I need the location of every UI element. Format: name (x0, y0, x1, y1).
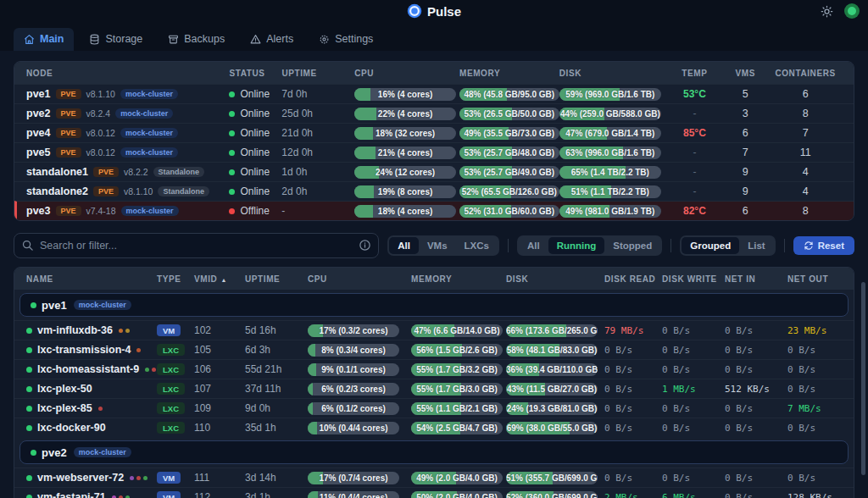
guest-row[interactable]: vm-influxdb-36VM1025d 16h17% (0.3/2 core… (14, 320, 854, 340)
node-name-cell: pve4PVEv8.0.12mock-cluster (26, 127, 229, 139)
net-out-rate: 128 KB/s (787, 492, 832, 498)
node-uptime-cell: 2d 0h (281, 185, 354, 197)
net-out-rate: 0 B/s (787, 364, 815, 375)
disk-bar: 36% (39.4 GB/110.0 GB) (506, 363, 598, 376)
filter-type-lxcs[interactable]: LXCs (456, 237, 498, 254)
reset-button[interactable]: Reset (793, 236, 854, 255)
guest-memory-cell: 50% (2.0 GB/4.0 GB) (411, 491, 506, 498)
tab-backups[interactable]: Backups (158, 28, 235, 51)
guest-memory-cell: 47% (6.6 GB/14.0 GB) (411, 324, 506, 337)
disk-bar: 69% (38.0 GB/55.0 GB) (506, 422, 598, 434)
vms-count: 6 (743, 127, 748, 139)
tab-storage[interactable]: Storage (79, 28, 153, 51)
guest-col-disk[interactable]: DISK (506, 274, 604, 284)
guest-col-net-out[interactable]: NET OUT (787, 274, 842, 284)
node-cpu-cell: 18% (32 cores) (354, 127, 459, 140)
tag-dot (152, 368, 156, 372)
search-box (14, 233, 379, 258)
guest-disk-read-cell: 0 B/s (604, 384, 662, 395)
guest-row[interactable]: lxc-docker-90LXC11035d 1h10% (0.4/4 core… (14, 418, 854, 437)
search-input[interactable] (14, 233, 379, 258)
filter-type-all[interactable]: All (389, 237, 419, 254)
guest-net-in-cell: 0 B/s (725, 364, 787, 375)
guest-row[interactable]: vm-webserver-72VM1113d 14h17% (0.7/4 cor… (14, 468, 854, 487)
memory-bar: 54% (2.5 GB/4.7 GB) (411, 422, 503, 434)
guest-name-cell: lxc-plex-50 (26, 383, 157, 395)
cpu-bar: 21% (4 cores) (354, 147, 456, 159)
tab-alerts[interactable]: Alerts (240, 28, 303, 51)
node-name-cell: pve2PVEv8.2.4mock-cluster (26, 108, 229, 119)
guest-row[interactable]: lxc-homeassistant-9LXC10655d 21h9% (0.1/… (14, 359, 854, 379)
temp-value: 85°C (683, 127, 706, 139)
node-group-row[interactable]: pve1mock-cluster (19, 293, 849, 317)
pulse-logo-icon (407, 3, 422, 19)
cpu-bar: 18% (32 cores) (354, 127, 456, 140)
guest-col-vmid[interactable]: VMID▲ (194, 274, 245, 284)
filter-state-stopped[interactable]: Stopped (604, 237, 660, 254)
guest-col-net-in[interactable]: NET IN (725, 274, 787, 284)
guest-row[interactable]: lxc-transmission-4LXC1056d 3h8% (0.3/4 c… (14, 340, 854, 359)
disk-write-rate: 0 B/s (662, 345, 690, 356)
net-in-rate: 0 B/s (725, 364, 753, 375)
guest-net-out-cell: 23 MB/s (787, 325, 842, 336)
theme-toggle-sun-icon[interactable] (819, 3, 834, 19)
temp-value: - (693, 166, 696, 178)
node-memory-cell: 48% (45.8 GB/95.0 GB) (459, 88, 559, 101)
guest-col-disk-read[interactable]: DISK READ (604, 274, 662, 284)
guest-tag-dots (119, 329, 130, 333)
memory-bar-label: 50% (2.0 GB/4.0 GB) (411, 491, 503, 498)
guest-col-type[interactable]: TYPE (157, 274, 194, 284)
node-row[interactable]: pve2PVEv8.2.4mock-clusterOnline25d 0h22%… (14, 103, 854, 123)
disk-read-rate: 0 B/s (604, 384, 632, 395)
filter-view-list[interactable]: List (739, 237, 773, 254)
node-name: pve5 (26, 147, 51, 158)
node-containers-cell: 4 (769, 185, 842, 197)
node-row[interactable]: pve1PVEv8.1.10mock-clusterOnline7d 0h16%… (14, 84, 854, 103)
node-table-header: NODESTATUSUPTIMECPUMEMORYDISKTEMPVMSCONT… (14, 62, 854, 84)
node-row[interactable]: standalone2PVEv8.1.10StandaloneOnline2d … (14, 181, 854, 201)
vmid-value: 110 (194, 422, 210, 434)
filter-state-running[interactable]: Running (548, 237, 605, 254)
node-name-cell: pve1PVEv8.1.10mock-cluster (26, 88, 229, 100)
guest-row[interactable]: lxc-plex-85LXC1099d 0h6% (0.1/2 cores)55… (14, 398, 854, 418)
node-status-cell: Online (229, 108, 281, 119)
tab-main[interactable]: Main (14, 28, 74, 51)
vmid-value: 111 (194, 472, 209, 484)
guest-row[interactable]: lxc-plex-50LXC10737d 11h6% (0.2/3 cores)… (14, 379, 854, 398)
tab-settings[interactable]: Settings (309, 28, 383, 51)
node-row[interactable]: pve5PVEv8.0.12mock-clusterOnline12d 0h21… (14, 142, 854, 162)
guest-col-cpu[interactable]: CPU (308, 274, 411, 284)
scrollbar-thumb[interactable] (861, 282, 865, 475)
memory-bar: 55% (1.7 GB/3.2 GB) (411, 363, 503, 376)
guest-name: lxc-plex-85 (37, 402, 92, 414)
node-row[interactable]: pve4PVEv8.0.12mock-clusterOnline21d 0h18… (14, 123, 854, 142)
guest-row[interactable]: vm-fastapi-71VM1123d 1h11% (0.4/4 cores)… (14, 487, 854, 498)
divider (670, 239, 671, 252)
status-text: Online (240, 88, 270, 100)
status-dot (229, 208, 235, 214)
filter-type-vms[interactable]: VMs (419, 237, 456, 254)
containers-count: 8 (803, 108, 809, 119)
info-icon[interactable] (359, 239, 371, 255)
filter-view-grouped[interactable]: Grouped (682, 237, 739, 254)
net-out-rate: 23 MB/s (787, 325, 826, 336)
node-row[interactable]: pve3PVEv7.4-18mock-clusterOffline-18% (4… (14, 201, 854, 220)
tag-dot (125, 329, 130, 333)
guest-col-name[interactable]: NAME (26, 274, 157, 284)
disk-bar: 49% (981.0 GB/1.9 TB) (559, 205, 661, 218)
guest-col-disk-write[interactable]: DISK WRITE (662, 274, 725, 284)
node-group-row[interactable]: pve2mock-cluster (19, 440, 849, 464)
filter-state-all[interactable]: All (519, 237, 548, 254)
disk-bar: 47% (679.0 GB/1.4 TB) (559, 127, 661, 140)
guest-col-uptime[interactable]: UPTIME (245, 274, 308, 284)
guest-cpu-cell: 17% (0.3/2 cores) (308, 324, 411, 337)
guest-status-dot (26, 367, 32, 373)
node-row[interactable]: standalone1PVEv8.2.2StandaloneOnline1d 0… (14, 162, 854, 181)
memory-bar: 53% (26.5 GB/50.0 GB) (459, 108, 559, 120)
containers-count: 8 (803, 205, 809, 217)
guest-col-memory[interactable]: MEMORY (411, 274, 506, 284)
disk-bar-label: 36% (39.4 GB/110.0 GB) (506, 363, 598, 376)
cpu-bar: 18% (4 cores) (354, 205, 456, 218)
disk-read-rate: 2 MB/s (604, 492, 638, 498)
connection-status-indicator[interactable] (844, 3, 860, 19)
